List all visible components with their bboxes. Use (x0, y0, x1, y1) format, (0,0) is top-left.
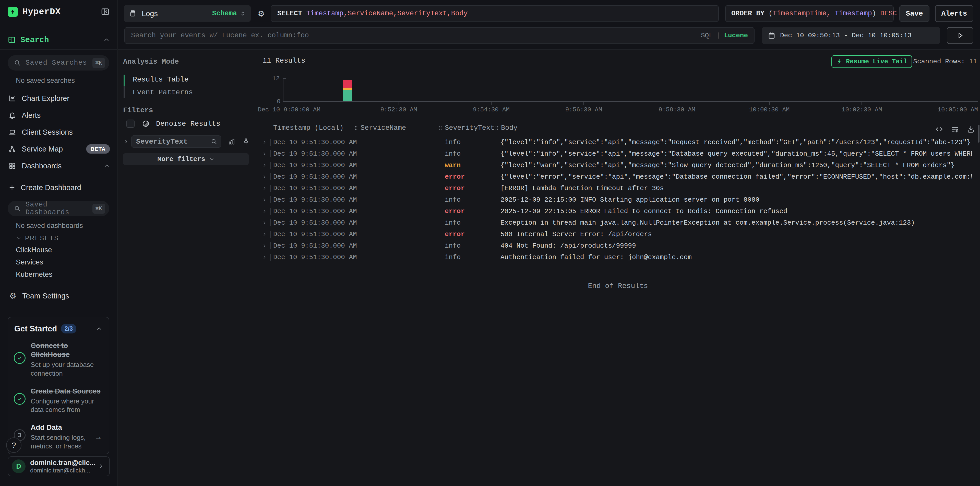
sidebar-item-team-settings[interactable]: ⚙ Team Settings (8, 290, 69, 301)
bar-segment-warn (343, 88, 352, 89)
table-toolbar (935, 125, 975, 133)
severity-filter-input[interactable]: SeverityText (131, 135, 221, 148)
preset-item-kubernetes[interactable]: Kubernetes (16, 270, 52, 279)
sidebar-item-alerts[interactable]: Alerts (0, 107, 117, 124)
presets-header[interactable]: PRESETS (16, 234, 59, 242)
row-divider (270, 208, 270, 215)
get-started-progress-badge: 2/3 (61, 324, 76, 333)
table-row[interactable]: Dec 10 9:51:30.000 AMinfo404 Not Found: … (256, 240, 977, 252)
sidebar-item-search[interactable]: Search (8, 34, 110, 46)
filters-header: Filters (123, 106, 153, 114)
user-profile-card[interactable]: D dominic.tran@clic... dominic.tran@clic… (8, 456, 110, 476)
expand-row-icon[interactable] (262, 232, 267, 237)
table-row[interactable]: Dec 10 9:51:30.000 AMwarn{"level":"warn"… (256, 159, 977, 171)
column-header-servicename[interactable]: ServiceName (353, 124, 406, 132)
denoise-checkbox[interactable] (126, 120, 135, 128)
arrow-right-icon[interactable]: → (94, 433, 102, 441)
bar-chart-icon[interactable] (228, 138, 235, 145)
alerts-button[interactable]: Alerts (935, 5, 974, 22)
preset-item-clickhouse[interactable]: ClickHouse (16, 246, 52, 254)
table-row[interactable]: Dec 10 9:51:30.000 AMinfoAuthentication … (256, 252, 977, 263)
resume-live-tail-button[interactable]: Resume Live Tail (831, 55, 912, 68)
bar-segment-info (343, 90, 352, 101)
mode-event-patterns[interactable]: Event Patterns (133, 88, 193, 96)
table-row[interactable]: Dec 10 9:51:30.000 AMinfo{"level":"info"… (256, 137, 977, 148)
order-by-input[interactable]: ORDER BY (TimestampTime, Timestamp) DESC (725, 5, 894, 22)
code-view-icon[interactable] (935, 125, 943, 133)
source-select[interactable]: Logs Schema (124, 5, 251, 22)
expand-row-icon[interactable] (262, 174, 267, 179)
analysis-mode-header: Analysis Mode (123, 58, 179, 66)
more-filters-button[interactable]: More filters (123, 153, 249, 165)
avatar: D (12, 459, 25, 473)
table-row[interactable]: Dec 10 9:51:30.000 AMerror{"level":"erro… (256, 171, 977, 182)
x-axis-tick-label: 10:00:30 AM (749, 106, 789, 113)
mode-results-table[interactable]: Results Table (133, 76, 188, 84)
source-settings-gear-icon[interactable]: ⚙ (256, 8, 267, 19)
sidebar-item-chart-explorer[interactable]: Chart Explorer (0, 90, 117, 107)
schema-label: Schema (212, 10, 237, 18)
date-range-picker[interactable]: Dec 10 09:50:13 - Dec 10 10:05:13 (762, 27, 940, 44)
get-started-step[interactable]: Connect to ClickHouseSet up your databas… (8, 336, 109, 381)
table-row[interactable]: Dec 10 9:51:30.000 AMerror2025-12-09 22:… (256, 206, 977, 217)
column-header-body[interactable]: Body (494, 124, 517, 132)
get-started-step[interactable]: Create Data SourcesConfigure where your … (8, 381, 109, 418)
pin-icon[interactable] (242, 138, 250, 145)
create-dashboard-button[interactable]: Create Dashboard (8, 182, 81, 193)
run-query-button[interactable] (947, 27, 974, 44)
column-header-severitytext[interactable]: SeverityText (438, 124, 494, 132)
expand-row-icon[interactable] (262, 209, 267, 214)
sidebar-item-dashboards[interactable]: Dashboards (0, 158, 117, 174)
cell-timestamp: Dec 10 9:51:30.000 AM (273, 161, 357, 169)
table-row[interactable]: Dec 10 9:51:30.000 AMinfoException in th… (256, 217, 977, 228)
chevron-up-icon[interactable] (96, 325, 103, 332)
table-row[interactable]: Dec 10 9:51:30.000 AMerror500 Internal S… (256, 228, 977, 240)
denoise-results-toggle[interactable]: Denoise Results (126, 120, 220, 128)
expand-row-icon[interactable] (262, 220, 267, 225)
expand-row-icon[interactable] (262, 186, 267, 191)
cell-severity: info (445, 253, 461, 261)
saved-searches-input[interactable]: Saved Searches ⌘K (8, 55, 109, 70)
lucene-toggle[interactable]: Lucene (724, 32, 748, 39)
expand-row-icon[interactable] (262, 255, 267, 260)
wrap-text-icon[interactable] (951, 125, 959, 133)
expand-row-icon[interactable] (262, 197, 267, 202)
sidebar-item-client-sessions[interactable]: Client Sessions (0, 124, 117, 140)
sidebar-item-service-map[interactable]: Service MapBETA (0, 140, 117, 158)
histogram-bar[interactable] (343, 80, 352, 101)
get-started-step[interactable]: 3Add DataStart sending logs, metrics, or… (8, 418, 109, 454)
table-row[interactable]: Dec 10 9:51:30.000 AMerror[ERROR] Lambda… (256, 182, 977, 194)
expand-row-icon[interactable] (262, 243, 267, 249)
search-placeholder: Search your events w/ Lucene ex. column:… (131, 32, 309, 39)
collapse-sidebar-icon[interactable] (100, 7, 110, 16)
select-query-input[interactable]: SELECT Timestamp,ServiceName,SeverityTex… (270, 5, 719, 22)
scrollbar[interactable] (978, 125, 980, 143)
save-button[interactable]: Save (899, 5, 929, 22)
chevron-right-icon[interactable] (123, 139, 129, 145)
download-icon[interactable] (967, 125, 975, 133)
results-histogram[interactable]: 12 0 Dec 10 9:50:00 AM9:52:30 AM9:54:30 … (256, 75, 978, 108)
table-row[interactable]: Dec 10 9:51:30.000 AMinfo{"level":"info"… (256, 148, 977, 159)
expand-row-icon[interactable] (262, 163, 267, 168)
table-row[interactable]: Dec 10 9:51:30.000 AMinfo2025-12-09 22:1… (256, 194, 977, 206)
scanned-rows-text: Scanned Rows: 11 (913, 58, 977, 65)
cell-body: {"level":"warn","service":"api","message… (501, 161, 972, 169)
saved-dashboards-input[interactable]: Saved Dashboards ⌘K (8, 201, 109, 216)
nav-item-label: Alerts (22, 111, 41, 120)
event-search-input[interactable]: Search your events w/ Lucene ex. column:… (124, 27, 754, 44)
sql-toggle[interactable]: SQL (701, 32, 713, 39)
no-saved-searches-text: No saved searches (16, 76, 75, 84)
preset-item-services[interactable]: Services (16, 258, 43, 266)
cell-body: 2025-12-09 22:15:00 INFO Starting applic… (501, 196, 972, 204)
row-divider (270, 231, 270, 237)
denoise-icon (142, 120, 150, 128)
cell-body: {"level":"error","service":"api","messag… (501, 173, 972, 181)
y-axis-top-tick (283, 78, 286, 79)
column-header-timestamp-local-[interactable]: Timestamp (Local) (273, 124, 344, 132)
help-button[interactable]: ? (6, 437, 21, 453)
mode-rail (124, 75, 125, 98)
chevron-up-icon[interactable] (103, 37, 110, 43)
expand-row-icon[interactable] (262, 140, 267, 145)
expand-row-icon[interactable] (262, 151, 267, 156)
live-tail-label: Resume Live Tail (846, 58, 907, 65)
